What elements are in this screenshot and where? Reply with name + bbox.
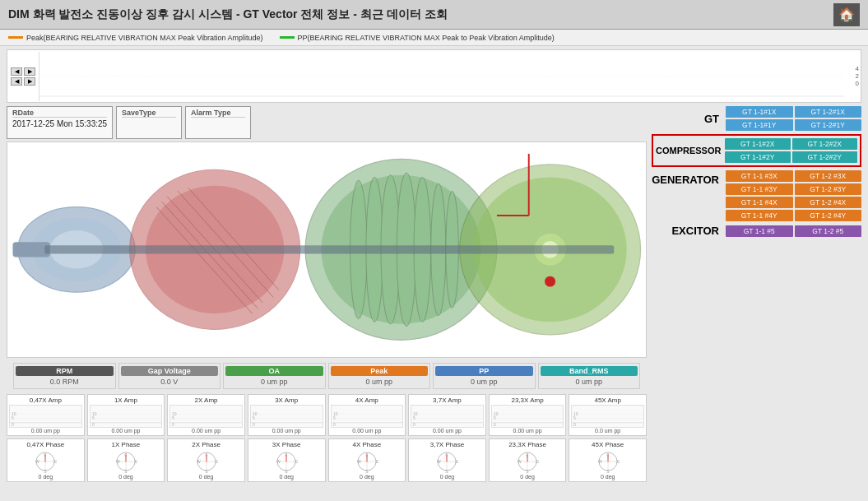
metric-box-peak: Peak 0 um pp	[328, 363, 431, 389]
btn-exc-gt1-1-5[interactable]: GT 1-1 #5	[726, 225, 793, 237]
btn-comp-gt1-2-2y[interactable]: GT 1-2#2Y	[792, 151, 858, 163]
phase-svg-0: S 0 E W	[34, 450, 57, 473]
phase-title-7: 45X Phase	[571, 441, 644, 448]
svg-text:5: 5	[12, 415, 14, 420]
amp-chart-1: 1X Amp 0 5 10 0.00 um pp	[87, 394, 165, 436]
btn-comp-gt1-2-2x[interactable]: GT 1-2#2X	[792, 138, 858, 150]
home-button[interactable]: 🏠	[833, 3, 860, 26]
chart-nav-prev[interactable]: ◀	[11, 67, 22, 76]
chart-y-axis: 4 2 0	[844, 63, 861, 89]
svg-text:5: 5	[413, 415, 415, 420]
trend-chart-area: ◀ ▶ ◀ ▶ 4 2 0	[7, 49, 861, 103]
btn-gt1-2x[interactable]: GT 1-2#1X	[795, 106, 862, 118]
btn-gen-gt1-2-4x[interactable]: GT 1-2 #4X	[795, 197, 862, 208]
svg-text:S: S	[446, 469, 449, 473]
btn-comp-gt1-1-2y[interactable]: GT 1-1#2Y	[725, 151, 791, 163]
btn-gt1-2y[interactable]: GT 1-2#1Y	[795, 119, 862, 131]
amp-title-2: 2X Amp	[169, 397, 243, 404]
svg-text:S: S	[365, 469, 369, 473]
gt-buttons: GT 1-1#1X GT 1-2#1X GT 1-1#1Y GT 1-2#1Y	[726, 106, 861, 131]
svg-text:5: 5	[172, 415, 174, 420]
page-title: DIM 화력 발전소 진동이상 징후 감시 시스템 - GT Vector 전체…	[8, 7, 448, 22]
btn-comp-gt1-1-2x[interactable]: GT 1-1#2X	[725, 138, 791, 150]
svg-rect-28	[44, 245, 614, 253]
metric-box-pp: PP 0 um pp	[433, 363, 536, 389]
btn-gt1-1y[interactable]: GT 1-1#1Y	[726, 119, 793, 131]
turbine-visualization	[7, 141, 647, 358]
svg-text:0: 0	[253, 421, 255, 426]
svg-text:10: 10	[494, 411, 499, 415]
amp-svg-1: 0 5 10	[91, 406, 162, 427]
svg-text:W: W	[437, 459, 441, 464]
phase-circle-area-1: S 0 E W	[90, 449, 163, 474]
chart-svg	[39, 52, 844, 101]
amp-title-1: 1X Amp	[90, 397, 163, 404]
chart-canvas	[39, 52, 844, 101]
phase-title-5: 3,7X Phase	[411, 441, 484, 448]
btn-gt1-1x[interactable]: GT 1-1#1X	[726, 106, 793, 118]
btn-gen-gt1-1-3x[interactable]: GT 1-1 #3X	[726, 170, 793, 182]
generator-label: GENERATOR	[652, 170, 726, 186]
amp-value-2: 0.00 um pp	[169, 428, 243, 434]
svg-text:W: W	[35, 459, 39, 464]
btn-gen-gt1-2-3y[interactable]: GT 1-2 #3Y	[795, 183, 862, 195]
amp-svg-3: 0 5 10	[251, 406, 323, 427]
svg-text:S: S	[205, 469, 208, 473]
svg-text:10: 10	[253, 411, 258, 415]
btn-gen-gt1-2-4y[interactable]: GT 1-2 #4Y	[795, 210, 862, 221]
savetype-label: SaveType	[122, 109, 176, 118]
amp-bar-area-1: 0 5 10	[90, 405, 163, 428]
svg-text:W: W	[276, 459, 281, 464]
chart-nav-right[interactable]: ▶	[24, 77, 35, 86]
svg-text:10: 10	[573, 411, 578, 415]
btn-gen-gt1-1-4x[interactable]: GT 1-1 #4X	[726, 197, 793, 208]
svg-text:5: 5	[573, 415, 576, 420]
compressor-label: COMPRESSOR	[656, 146, 725, 155]
svg-text:0: 0	[573, 421, 576, 426]
btn-gen-gt1-2-3x[interactable]: GT 1-2 #3X	[795, 170, 862, 182]
chart-nav-next[interactable]: ▶	[24, 67, 35, 76]
chart-nav: ◀ ▶ ◀ ▶	[7, 64, 39, 89]
phase-circle-area-4: S 0 E W	[331, 449, 404, 474]
svg-text:E: E	[536, 459, 539, 464]
chart-nav-left[interactable]: ◀	[11, 77, 22, 86]
phase-value-1: 0 deg	[90, 474, 163, 480]
header: DIM 화력 발전소 진동이상 징후 감시 시스템 - GT Vector 전체…	[0, 0, 868, 30]
generator-buttons: GT 1-1 #3X GT 1-2 #3X GT 1-1 #3Y GT 1-2 …	[726, 170, 861, 221]
phase-value-7: 0 deg	[571, 474, 644, 480]
excitor-buttons: GT 1-1 #5 GT 1-2 #5	[726, 225, 861, 237]
phase-title-3: 3X Phase	[250, 441, 323, 448]
info-row: RDate 2017-12-25 Mon 15:33:25 SaveType A…	[7, 106, 647, 139]
rdate-value: 2017-12-25 Mon 15:33:25	[12, 119, 107, 128]
phase-title-1: 1X Phase	[90, 441, 163, 448]
amp-svg-4: 0 5 10	[332, 406, 403, 427]
phase-svg-2: S 0 E W	[195, 450, 218, 473]
svg-text:10: 10	[92, 411, 97, 415]
amp-title-5: 3,7X Amp	[411, 397, 484, 404]
legend-bar: Peak(BEARING RELATIVE VIBRATION MAX Peak…	[0, 30, 868, 46]
phase-value-0: 0 deg	[9, 474, 82, 480]
svg-text:E: E	[216, 459, 218, 464]
amp-chart-3: 3X Amp 0 5 10 0.00 um pp	[248, 394, 326, 436]
phase-value-3: 0 deg	[250, 474, 323, 480]
svg-text:10: 10	[12, 411, 16, 415]
gt-panel: GT GT 1-1#1X GT 1-2#1X GT 1-1#1Y GT 1-2#…	[652, 106, 861, 482]
btn-gen-gt1-1-4y[interactable]: GT 1-1 #4Y	[726, 210, 793, 221]
svg-rect-6	[12, 242, 49, 257]
legend-pp: PP(BEARING RELATIVE VIBRATION MAX Peak t…	[280, 34, 555, 42]
svg-text:S: S	[285, 469, 289, 473]
phase-chart-2: 2X Phase S 0 E W 0 deg	[167, 438, 245, 482]
metric-label-5: Band_RMS	[541, 366, 638, 376]
rdate-box: RDate 2017-12-25 Mon 15:33:25	[7, 106, 113, 139]
svg-text:0: 0	[413, 421, 415, 426]
phase-circle-area-6: S 0 E W	[491, 449, 564, 474]
phase-svg-1: S 0 E W	[114, 450, 137, 473]
phase-value-5: 0 deg	[411, 474, 484, 480]
btn-gen-gt1-1-3y[interactable]: GT 1-1 #3Y	[726, 183, 793, 195]
svg-text:W: W	[197, 459, 201, 464]
gt-section: GT GT 1-1#1X GT 1-2#1X GT 1-1#1Y GT 1-2#…	[652, 106, 861, 131]
btn-exc-gt1-2-5[interactable]: GT 1-2 #5	[795, 225, 862, 237]
phase-chart-4: 4X Phase S 0 E W 0 deg	[328, 438, 406, 482]
compressor-buttons: GT 1-1#2X GT 1-2#2X GT 1-1#2Y GT 1-2#2Y	[725, 138, 857, 163]
metric-label-1: Gap Voltage	[121, 366, 219, 376]
